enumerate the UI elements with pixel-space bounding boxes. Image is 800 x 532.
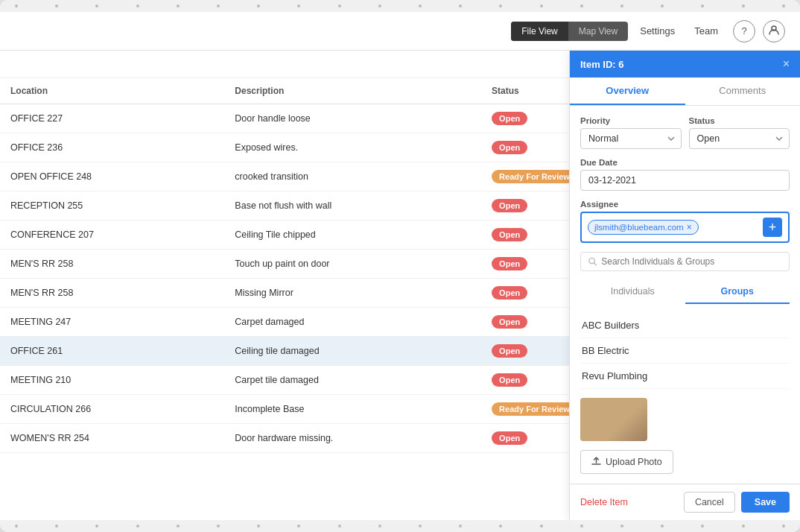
cell-location: WOMEN'S RR 254 bbox=[0, 424, 224, 453]
assignee-tag: jlsmith@bluebeam.com × bbox=[588, 220, 699, 235]
status-badge: Open bbox=[492, 286, 527, 300]
dot bbox=[177, 525, 180, 528]
status-badge: Ready For Review bbox=[492, 170, 577, 183]
status-badge: Open bbox=[492, 344, 527, 358]
status-badge: Ready For Review bbox=[492, 402, 577, 416]
panel-body: Priority Normal High Low Critical Status… bbox=[570, 106, 800, 484]
cell-description: Base not flush with wall bbox=[224, 191, 481, 221]
cell-description: Incomplete Base bbox=[224, 395, 481, 424]
dot bbox=[540, 525, 543, 528]
cell-description: Ceiling Tile chipped bbox=[224, 221, 481, 250]
dot bbox=[580, 4, 583, 7]
assignee-remove-button[interactable]: × bbox=[687, 222, 692, 232]
cell-location: CIRCULATION 266 bbox=[0, 395, 224, 424]
dot bbox=[177, 4, 180, 7]
tab-comments[interactable]: Comments bbox=[685, 77, 801, 105]
dot bbox=[620, 4, 623, 7]
dot bbox=[459, 525, 462, 528]
status-badge: Open bbox=[492, 257, 527, 270]
user-button[interactable] bbox=[763, 20, 785, 42]
file-view-button[interactable]: File View bbox=[511, 22, 568, 41]
panel-header: Item ID: 6 × bbox=[570, 51, 800, 77]
assignee-box: jlsmith@bluebeam.com × + bbox=[580, 212, 790, 243]
dot bbox=[742, 525, 745, 528]
svg-point-1 bbox=[589, 258, 594, 263]
sub-tabs: Individuals Groups bbox=[580, 280, 790, 304]
group-item[interactable]: BB Electric bbox=[580, 338, 790, 364]
priority-select[interactable]: Normal High Low Critical bbox=[580, 128, 682, 149]
cell-description: Door hardware missing. bbox=[224, 424, 481, 453]
status-field-group: Status Open Closed In Progress Ready For… bbox=[689, 116, 790, 149]
search-input[interactable] bbox=[601, 256, 781, 267]
dot bbox=[701, 525, 704, 528]
search-box bbox=[580, 252, 790, 271]
cell-description: crooked transition bbox=[224, 162, 481, 191]
side-panel: Item ID: 6 × Overview Comments Priority … bbox=[569, 51, 800, 520]
cell-location: CONFERENCE 207 bbox=[0, 221, 224, 250]
subtab-groups[interactable]: Groups bbox=[685, 280, 790, 304]
col-description: Description bbox=[224, 78, 481, 104]
assignee-label: Assignee bbox=[580, 200, 790, 209]
app-container: File View Map View Settings Team ? bbox=[0, 0, 800, 532]
tab-overview[interactable]: Overview bbox=[570, 77, 685, 105]
status-label: Status bbox=[689, 116, 790, 125]
help-icon: ? bbox=[741, 25, 746, 37]
dot bbox=[661, 4, 664, 7]
status-badge: Open bbox=[492, 373, 527, 387]
dot bbox=[15, 4, 18, 7]
group-list: ABC BuildersBB ElectricRevu Plumbing bbox=[580, 313, 790, 389]
dot bbox=[459, 4, 462, 7]
footer-actions: Cancel Save bbox=[684, 492, 790, 513]
settings-link[interactable]: Settings bbox=[632, 21, 682, 41]
dot bbox=[55, 525, 58, 528]
panel-tabs: Overview Comments bbox=[570, 77, 800, 106]
cell-description: Missing Mirror bbox=[224, 279, 481, 308]
cell-location: MEN'S RR 258 bbox=[0, 250, 224, 279]
team-link[interactable]: Team bbox=[687, 21, 726, 41]
dot bbox=[620, 525, 623, 528]
cell-description: Touch up paint on door bbox=[224, 250, 481, 279]
panel-footer: Delete Item Cancel Save bbox=[570, 484, 800, 520]
cell-location: OPEN OFFICE 248 bbox=[0, 162, 224, 191]
cell-description: Ceiling tile damaged bbox=[224, 337, 481, 366]
dot bbox=[217, 525, 220, 528]
dot bbox=[499, 4, 502, 7]
cell-location: MEETING 247 bbox=[0, 308, 224, 337]
assignee-email: jlsmith@bluebeam.com bbox=[594, 223, 684, 232]
map-view-button[interactable]: Map View bbox=[568, 22, 628, 41]
cell-location: RECEPTION 255 bbox=[0, 191, 224, 221]
cancel-button[interactable]: Cancel bbox=[684, 492, 735, 513]
due-date-label: Due Date bbox=[580, 158, 790, 167]
due-date-input[interactable] bbox=[580, 170, 790, 191]
dot bbox=[95, 4, 98, 7]
help-button[interactable]: ? bbox=[733, 20, 755, 42]
panel-title: Item ID: 6 bbox=[580, 59, 624, 70]
panel-close-button[interactable]: × bbox=[783, 58, 790, 70]
cell-location: OFFICE 236 bbox=[0, 133, 224, 162]
dot bbox=[419, 525, 422, 528]
dot bbox=[297, 525, 300, 528]
dot bbox=[580, 525, 583, 528]
status-badge: Open bbox=[492, 199, 527, 212]
status-select[interactable]: Open Closed In Progress Ready For Review bbox=[689, 128, 790, 149]
priority-status-row: Priority Normal High Low Critical Status… bbox=[580, 116, 790, 149]
view-toggle: File View Map View bbox=[511, 22, 628, 41]
group-item[interactable]: Revu Plumbing bbox=[580, 364, 790, 389]
dot bbox=[55, 4, 58, 7]
group-item[interactable]: ABC Builders bbox=[580, 313, 790, 338]
upload-photo-button[interactable]: Upload Photo bbox=[580, 450, 673, 474]
cell-location: MEETING 210 bbox=[0, 366, 224, 395]
dot bbox=[257, 4, 260, 7]
subtab-individuals[interactable]: Individuals bbox=[580, 280, 685, 304]
dots-row-bottom bbox=[0, 520, 800, 532]
cell-location: MEN'S RR 258 bbox=[0, 279, 224, 308]
dot bbox=[499, 525, 502, 528]
add-assignee-button[interactable]: + bbox=[763, 218, 782, 237]
upload-icon bbox=[591, 456, 601, 468]
search-icon bbox=[588, 257, 597, 266]
photo-thumbnail bbox=[580, 398, 647, 441]
save-button[interactable]: Save bbox=[741, 492, 790, 513]
status-badge: Open bbox=[492, 112, 527, 125]
dot bbox=[136, 525, 139, 528]
delete-item-button[interactable]: Delete Item bbox=[580, 497, 628, 507]
